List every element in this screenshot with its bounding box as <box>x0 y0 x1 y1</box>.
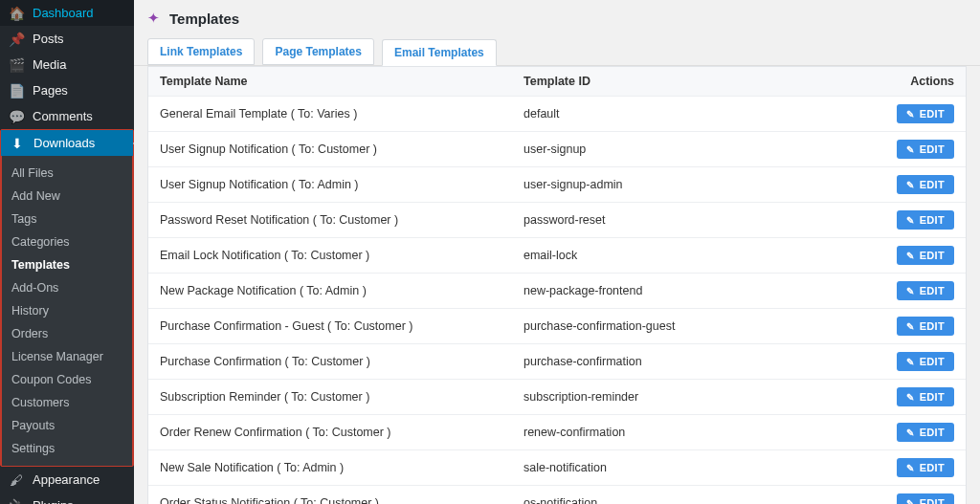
edit-button-label: EDIT <box>920 427 945 438</box>
col-template-id: Template ID <box>523 75 839 88</box>
cell-template-id: renew-confirmation <box>523 426 839 439</box>
edit-button-label: EDIT <box>920 356 945 367</box>
templates-table: Template Name Template ID Actions Genera… <box>147 66 967 504</box>
cell-template-id: user-signup <box>523 142 839 156</box>
edit-button[interactable]: ✎EDIT <box>897 140 954 159</box>
cell-template-name: Order Status Notification ( To: Customer… <box>160 496 523 504</box>
page-title: Templates <box>169 11 239 27</box>
downloads-submenu: All FilesAdd NewTagsCategoriesTemplatesA… <box>1 156 133 466</box>
edit-button[interactable]: ✎EDIT <box>897 493 954 504</box>
cell-template-id: new-package-frontend <box>523 284 839 297</box>
edit-button[interactable]: ✎EDIT <box>897 104 954 123</box>
tab-link-templates[interactable]: Link Templates <box>147 38 255 65</box>
cell-template-name: Purchase Confirmation ( To: Customer ) <box>160 355 523 368</box>
edit-button[interactable]: ✎EDIT <box>897 246 954 265</box>
cell-template-id: user-signup-admin <box>523 178 839 191</box>
submenu-coupon-codes[interactable]: Coupon Codes <box>2 368 132 391</box>
plugins-icon: 🔌 <box>8 499 25 505</box>
cell-template-name: Order Renew Confirmation ( To: Customer … <box>160 426 523 439</box>
cell-template-id: purchase-confirmation-guest <box>523 319 839 333</box>
edit-button[interactable]: ✎EDIT <box>897 175 954 194</box>
sidebar-item-pages[interactable]: 📄Pages <box>0 77 134 103</box>
edit-button[interactable]: ✎EDIT <box>897 210 954 230</box>
sidebar-item-downloads[interactable]: ⬇ Downloads <box>1 130 133 156</box>
pencil-icon: ✎ <box>906 321 914 332</box>
media-icon: 🎬 <box>8 58 25 72</box>
table-row: New Sale Notification ( To: Admin )sale-… <box>148 450 966 486</box>
edit-button-label: EDIT <box>920 143 945 155</box>
edit-button[interactable]: ✎EDIT <box>897 281 954 300</box>
submenu-license-manager[interactable]: License Manager <box>2 345 132 368</box>
cell-actions: ✎EDIT <box>839 104 954 123</box>
sidebar-item-plugins[interactable]: 🔌Plugins <box>0 493 134 504</box>
cell-template-id: sale-notification <box>523 461 839 474</box>
edit-button-label: EDIT <box>920 285 945 296</box>
edit-button[interactable]: ✎EDIT <box>897 423 954 442</box>
table-row: Order Status Notification ( To: Customer… <box>148 486 966 504</box>
sidebar-item-label: Comments <box>33 109 93 123</box>
submenu-templates[interactable]: Templates <box>2 253 132 276</box>
sidebar-item-comments[interactable]: 💬Comments <box>0 103 134 129</box>
sidebar-item-label: Media <box>33 57 66 72</box>
tab-email-templates[interactable]: Email Templates <box>382 39 497 66</box>
edit-button[interactable]: ✎EDIT <box>897 387 954 406</box>
submenu-categories[interactable]: Categories <box>2 230 132 253</box>
col-actions: Actions <box>839 75 954 88</box>
edit-button[interactable]: ✎EDIT <box>897 352 954 371</box>
submenu-tags[interactable]: Tags <box>2 208 132 230</box>
submenu-settings[interactable]: Settings <box>2 437 132 460</box>
table-row: Email Lock Notification ( To: Customer )… <box>148 238 966 274</box>
sidebar-item-label: Posts <box>33 32 64 46</box>
edit-button-label: EDIT <box>920 320 945 332</box>
submenu-add-new[interactable]: Add New <box>2 185 132 208</box>
sidebar-item-label: Downloads <box>33 136 95 150</box>
table-row: New Package Notification ( To: Admin )ne… <box>148 274 966 309</box>
edit-button-label: EDIT <box>920 497 945 504</box>
edit-button[interactable]: ✎EDIT <box>897 458 954 477</box>
cell-actions: ✎EDIT <box>839 210 954 230</box>
edit-button-label: EDIT <box>920 214 945 226</box>
pencil-icon: ✎ <box>906 215 914 226</box>
cell-actions: ✎EDIT <box>839 458 954 477</box>
submenu-all-files[interactable]: All Files <box>2 162 132 185</box>
posts-icon: 📌 <box>8 33 25 46</box>
sidebar-item-dashboard[interactable]: 🏠Dashboard <box>0 0 134 26</box>
cell-template-name: Password Reset Notification ( To: Custom… <box>160 213 523 227</box>
edit-button[interactable]: ✎EDIT <box>897 317 954 336</box>
cell-template-id: subscription-reminder <box>523 390 839 404</box>
cell-template-id: password-reset <box>523 213 839 227</box>
cell-template-id: os-notification <box>523 496 839 504</box>
pencil-icon: ✎ <box>906 251 914 261</box>
submenu-history[interactable]: History <box>2 299 132 322</box>
sidebar-item-label: Plugins <box>33 498 74 504</box>
main-content: ✦ Templates Link TemplatesPage Templates… <box>134 0 980 504</box>
table-row: Password Reset Notification ( To: Custom… <box>148 203 966 238</box>
cell-actions: ✎EDIT <box>839 387 954 406</box>
sidebar-item-label: Appearance <box>33 472 100 487</box>
cell-actions: ✎EDIT <box>839 140 954 159</box>
edit-button-label: EDIT <box>920 462 945 473</box>
page-header: ✦ Templates <box>134 0 980 33</box>
tab-page-templates[interactable]: Page Templates <box>262 38 373 65</box>
cell-actions: ✎EDIT <box>839 175 954 194</box>
submenu-payouts[interactable]: Payouts <box>2 414 132 437</box>
cell-template-name: General Email Template ( To: Varies ) <box>160 107 523 121</box>
cell-actions: ✎EDIT <box>839 281 954 300</box>
sidebar-item-label: Dashboard <box>33 6 94 20</box>
submenu-customers[interactable]: Customers <box>2 391 132 414</box>
submenu-orders[interactable]: Orders <box>2 322 132 345</box>
sidebar-item-media[interactable]: 🎬Media <box>0 52 134 77</box>
table-row: Order Renew Confirmation ( To: Customer … <box>148 415 966 450</box>
sidebar-item-appearance[interactable]: 🖌Appearance <box>0 467 134 493</box>
appearance-icon: 🖌 <box>8 473 25 487</box>
pencil-icon: ✎ <box>906 180 914 190</box>
table-row: Purchase Confirmation ( To: Customer )pu… <box>148 344 966 380</box>
cell-template-id: default <box>523 107 839 121</box>
dashboard-icon: 🏠 <box>8 7 25 20</box>
sidebar-item-posts[interactable]: 📌Posts <box>0 26 134 52</box>
cell-template-name: Email Lock Notification ( To: Customer ) <box>160 249 523 262</box>
cell-template-name: User Signup Notification ( To: Customer … <box>160 142 523 156</box>
edit-button-label: EDIT <box>920 108 945 120</box>
pencil-icon: ✎ <box>906 144 914 155</box>
submenu-addons[interactable]: Add-Ons <box>2 276 132 299</box>
